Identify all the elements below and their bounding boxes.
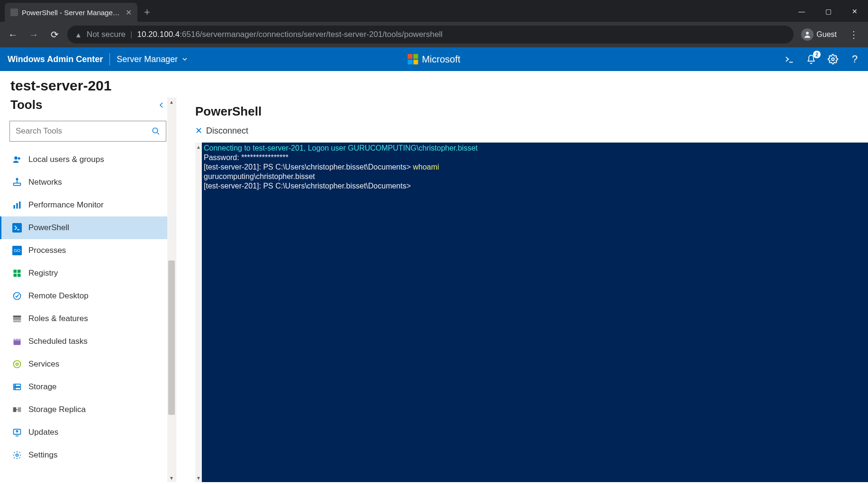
scroll-up-icon[interactable]: ▲ [167,98,176,106]
scroll-track[interactable] [195,151,202,474]
microsoft-logo-icon [407,54,418,64]
svg-text:GO: GO [14,248,20,253]
tool-list: Local users & groupsNetworksPerformance … [0,145,176,482]
close-icon: ✕ [195,125,202,136]
nav-reload-button[interactable]: ⟳ [46,27,63,43]
terminal-scrollbar-left[interactable]: ▲ ▼ [195,143,202,482]
svg-point-25 [16,363,18,366]
context-label: Server Manager [117,54,178,64]
svg-rect-9 [19,202,20,209]
separator: | [130,30,132,39]
notification-badge: 2 [813,51,821,58]
svg-point-0 [806,32,809,35]
sidebar-item-local-users-groups[interactable]: Local users & groups [0,148,176,171]
sidebar-item-powershell[interactable]: PowerShell [0,216,176,239]
sidebar-item-processes[interactable]: GOProcesses [0,239,176,262]
sidebar-item-remote-desktop[interactable]: Remote Desktop [0,285,176,307]
svg-rect-20 [13,320,21,322]
svg-point-30 [15,388,16,389]
svg-point-6 [16,179,18,180]
search-tools-field[interactable] [9,121,166,142]
svg-point-26 [14,361,21,368]
wac-brand[interactable]: Windows Admin Center [8,54,103,64]
svg-rect-15 [14,274,17,277]
notifications-button[interactable]: 2 [805,54,817,65]
sidebar-item-performance-monitor[interactable]: Performance Monitor [0,194,176,216]
updates-icon [12,428,22,437]
scroll-up-icon[interactable]: ▲ [195,143,202,151]
search-icon [152,127,160,135]
svg-point-4 [18,157,20,160]
svg-point-1 [832,58,834,61]
microsoft-branding: Microsoft [407,54,460,65]
storage-icon [12,382,22,392]
main-layout: Tools Local users & groupsNetworksPerfor… [0,98,868,482]
sched-icon [12,337,22,346]
disconnect-label: Disconnect [206,126,248,136]
scroll-down-icon[interactable]: ▼ [167,474,176,482]
nav-forward-button[interactable]: → [26,27,42,43]
proc-icon: GO [12,246,22,255]
sidebar-item-roles-features[interactable]: Roles & features [0,307,176,330]
tab-title: PowerShell - Server Manager - W [22,9,122,17]
svg-point-3 [14,156,18,160]
sidebar-item-label: Processes [28,246,66,255]
sidebar-item-label: Remote Desktop [28,291,89,301]
collapse-sidebar-button[interactable] [158,101,165,109]
svg-rect-23 [15,338,16,340]
window-controls: ― ▢ ✕ [788,3,868,22]
chevron-down-icon [181,56,188,63]
powershell-shortcut-icon[interactable] [784,54,795,65]
window-minimize-button[interactable]: ― [788,3,815,20]
sidebar-item-registry[interactable]: Registry [0,262,176,285]
context-dropdown[interactable]: Server Manager [117,54,188,64]
sidebar-item-updates[interactable]: Updates [0,421,176,444]
svc-icon [12,359,22,369]
replica-icon [12,405,22,414]
new-tab-button[interactable]: + [137,3,157,22]
toolbar: ✕ Disconnect [195,125,868,143]
sidebar-item-label: Registry [28,269,58,278]
sidebar-item-storage[interactable]: Storage [0,376,176,398]
scroll-track[interactable] [167,106,176,474]
url-host: 10.20.100.4 [137,30,180,39]
terminal-line: gurucomputing\christopher.bisset [204,172,315,180]
avatar-icon [801,28,814,41]
tab-close-icon[interactable]: ✕ [126,8,132,17]
sidebar-scrollbar[interactable]: ▲ ▼ [167,98,176,482]
sidebar-item-storage-replica[interactable]: Storage Replica [0,398,176,421]
browser-tab[interactable]: PowerShell - Server Manager - W ✕ [5,3,137,22]
users-icon [12,155,22,164]
microsoft-label: Microsoft [422,54,460,65]
content-pane: PowerShell ✕ Disconnect ▲ ▼ Connecting t… [176,98,868,482]
svg-rect-14 [18,270,21,273]
svg-rect-18 [13,315,21,317]
sidebar-item-label: Updates [28,428,58,437]
disconnect-button[interactable]: ✕ Disconnect [195,125,248,136]
sidebar-item-networks[interactable]: Networks [0,171,176,194]
terminal-line: [test-server-201]: PS C:\Users\christoph… [204,182,411,190]
wac-header: Windows Admin Center Server Manager Micr… [0,47,868,71]
address-bar[interactable]: ▲ Not secure | 10.20.100.4:6516/serverma… [67,26,794,44]
svg-point-2 [153,128,158,133]
sidebar-item-scheduled-tasks[interactable]: Scheduled tasks [0,330,176,353]
address-bar-row: ← → ⟳ ▲ Not secure | 10.20.100.4:6516/se… [0,22,868,47]
sidebar-item-services[interactable]: Services [0,353,176,376]
svg-rect-32 [18,407,21,412]
wac-actions: 2 ? [784,54,860,65]
scroll-thumb[interactable] [168,260,175,415]
svg-rect-22 [14,339,21,341]
settings-button[interactable] [827,54,839,65]
profile-button[interactable]: Guest [798,28,840,41]
powershell-terminal[interactable]: Connecting to test-server-201, Logon use… [202,143,868,482]
browser-menu-button[interactable]: ⋮ [844,29,863,40]
window-maximize-button[interactable]: ▢ [815,3,841,20]
help-button[interactable]: ? [849,54,860,65]
scroll-down-icon[interactable]: ▼ [195,474,202,482]
window-close-button[interactable]: ✕ [841,3,868,20]
nav-back-button[interactable]: ← [5,27,21,43]
sidebar-item-settings[interactable]: Settings [0,444,176,466]
search-input[interactable] [16,126,152,136]
tools-header: Tools [0,98,176,117]
profile-label: Guest [816,30,837,39]
